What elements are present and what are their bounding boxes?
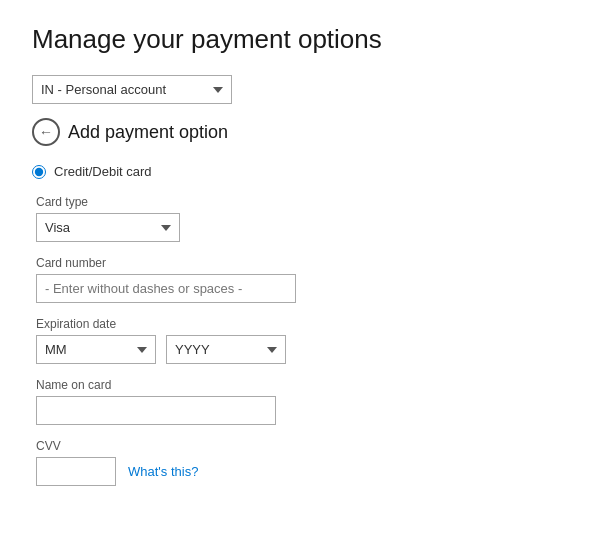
- credit-debit-option: Credit/Debit card: [32, 164, 568, 179]
- card-type-group: Card type Visa Mastercard American Expre…: [36, 195, 568, 242]
- expiration-group: Expiration date MM 01 02 03 04 05 06 07 …: [36, 317, 568, 364]
- add-payment-row: ← Add payment option: [32, 118, 568, 146]
- name-on-card-group: Name on card: [36, 378, 568, 425]
- card-number-input[interactable]: [36, 274, 296, 303]
- cvv-input[interactable]: [36, 457, 116, 486]
- cvv-section: What's this?: [36, 457, 568, 486]
- card-type-select[interactable]: Visa Mastercard American Express Discove…: [36, 213, 180, 242]
- account-selector-wrapper: IN - Personal account US - Personal acco…: [32, 75, 568, 104]
- back-button[interactable]: ←: [32, 118, 60, 146]
- add-payment-label: Add payment option: [68, 122, 228, 143]
- card-number-group: Card number: [36, 256, 568, 303]
- page-title: Manage your payment options: [32, 24, 568, 55]
- card-type-label: Card type: [36, 195, 568, 209]
- expiration-month-select[interactable]: MM 01 02 03 04 05 06 07 08 09 10 11 12: [36, 335, 156, 364]
- card-form: Card type Visa Mastercard American Expre…: [36, 195, 568, 486]
- whats-this-link[interactable]: What's this?: [128, 464, 198, 479]
- payment-methods-section: Credit/Debit card: [32, 164, 568, 179]
- card-number-label: Card number: [36, 256, 568, 270]
- cvv-label: CVV: [36, 439, 568, 453]
- credit-debit-label: Credit/Debit card: [54, 164, 152, 179]
- expiration-year-select[interactable]: YYYY 2024 2025 2026 2027 2028 2029 2030: [166, 335, 286, 364]
- expiration-row: MM 01 02 03 04 05 06 07 08 09 10 11 12 Y…: [36, 335, 568, 364]
- name-on-card-label: Name on card: [36, 378, 568, 392]
- back-arrow-icon: ←: [39, 125, 53, 139]
- cvv-group: CVV What's this?: [36, 439, 568, 486]
- credit-debit-radio[interactable]: [32, 165, 46, 179]
- name-on-card-input[interactable]: [36, 396, 276, 425]
- expiration-label: Expiration date: [36, 317, 568, 331]
- account-selector[interactable]: IN - Personal account US - Personal acco…: [32, 75, 232, 104]
